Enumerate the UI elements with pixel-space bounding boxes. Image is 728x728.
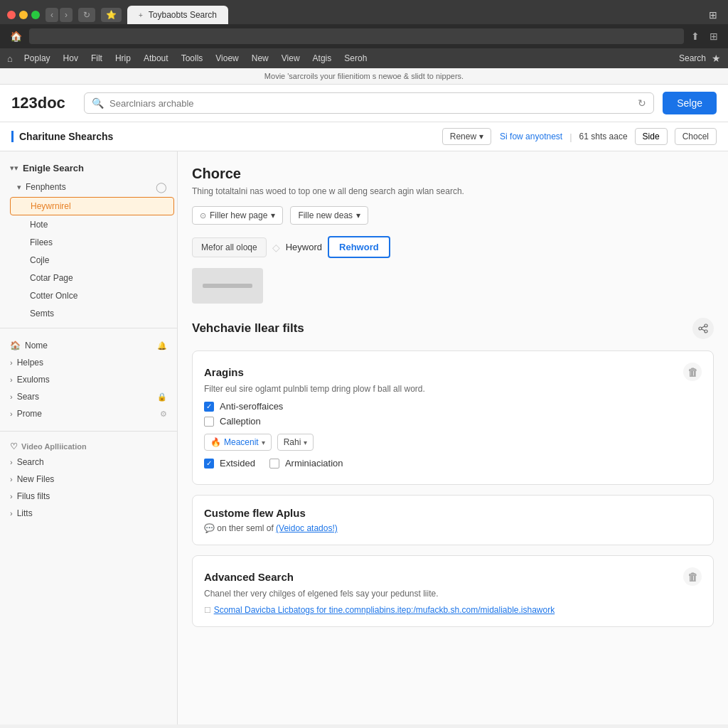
sidebar-item-litts[interactable]: › Litts <box>0 505 177 522</box>
action-row: Mefor all oloqe ◇ Heyword Rehword <box>192 236 714 258</box>
rehword-button[interactable]: Rehword <box>328 236 390 258</box>
menu-hov[interactable]: Hov <box>58 51 84 65</box>
vehchavie-header-row: Vehchavie llear filts <box>192 318 714 339</box>
sidebar-item-semts[interactable]: Semts <box>10 305 174 322</box>
tab-bar: + Toybaobts Search <box>127 6 700 24</box>
sidebar-item-hote[interactable]: Hote <box>10 216 174 233</box>
menu-new[interactable]: New <box>246 51 274 65</box>
sidebar-item-search[interactable]: › Search <box>0 454 177 471</box>
vehchavie-title: Vehchavie llear filts <box>192 321 692 336</box>
filter-page-button[interactable]: ⊙ Filler hew page ▾ <box>192 206 283 225</box>
search-input[interactable] <box>109 98 632 109</box>
refresh-search-icon[interactable]: ↻ <box>638 97 646 109</box>
sidebar-item-filus-filts[interactable]: › Filus filts <box>0 488 177 505</box>
sidebar-item-exuloms[interactable]: › Exuloms <box>0 371 177 388</box>
share-icon[interactable] <box>692 318 714 339</box>
menu-poplay[interactable]: Poplay <box>18 51 56 65</box>
chocel-button[interactable]: Chocel <box>675 128 717 145</box>
dropdown-rahi[interactable]: Rahi ▾ <box>277 434 314 451</box>
fenphents-subsection: ▾ Fenphents ◯ Heywrnirel Hote Filees Coj <box>0 178 177 322</box>
chevron-down-icon: ▾ <box>479 132 483 141</box>
checkbox-extsided[interactable]: ✓ <box>204 459 214 469</box>
sub-header-right: Si fow anyotnest | 61 shts aace Side Cho… <box>500 128 717 145</box>
menu-seroh[interactable]: Seroh <box>338 51 373 65</box>
app-menu: ⌂ Poplay Hov Filt Hrip Atbout Toolls Vio… <box>0 48 728 68</box>
advanced-link[interactable]: Scomal Davicba Licbatogs for tine.comnpl… <box>214 605 555 615</box>
trash-icon[interactable]: 🗑 <box>683 363 702 381</box>
tab-icon: + <box>139 11 143 19</box>
bookmark-star-icon[interactable]: ★ <box>712 53 721 64</box>
checkbox-row-3: ✓ Extsided <box>204 458 255 469</box>
advanced-desc: Chanel ther very chilges of elgened fels… <box>204 589 702 599</box>
renew-button[interactable]: Renew ▾ <box>442 128 491 145</box>
chorce-title: Chorce <box>192 166 714 182</box>
forward-button[interactable]: › <box>60 8 73 22</box>
back-button[interactable]: ‹ <box>46 8 58 22</box>
filter-icon: ⊙ <box>200 211 206 220</box>
side-button[interactable]: Side <box>635 128 668 145</box>
aragins-title-row: Aragins 🗑 <box>204 363 702 381</box>
extensions-button[interactable]: ⊞ <box>705 8 721 22</box>
bookmark-button[interactable]: ⭐ <box>101 8 122 22</box>
refresh-button[interactable]: ↻ <box>78 8 95 22</box>
dropdown-meacenit[interactable]: 🔥 Meacenit ▾ <box>204 434 272 451</box>
advanced-trash-icon[interactable]: 🗑 <box>683 567 702 586</box>
menu-toolls[interactable]: Toolls <box>176 51 209 65</box>
close-button[interactable] <box>7 11 16 19</box>
checkbox-call[interactable] <box>204 417 214 427</box>
home-nav-button[interactable]: 🏠 <box>7 29 25 43</box>
aragins-desc: Filter eul sire oglamt pulnbli temp drin… <box>204 384 702 394</box>
svg-point-0 <box>705 324 707 327</box>
advanced-title-row: Advanced Search 🗑 <box>204 567 702 586</box>
dropdown-arrow-1: ▾ <box>262 439 265 446</box>
fenphents-header[interactable]: ▾ Fenphents ◯ <box>7 178 177 196</box>
maximize-button[interactable] <box>31 11 40 19</box>
sub-right-link[interactable]: Si fow anyotnest <box>500 132 562 141</box>
sidebar-item-filees[interactable]: Filees <box>10 234 174 251</box>
vehchavie-section: Vehchavie llear filts Arag <box>192 318 714 627</box>
custome-link[interactable]: (Veidoc atados!) <box>276 523 338 533</box>
double-expand-icon: ▾▾ <box>10 164 18 173</box>
sidebar-item-cojle[interactable]: Cojle <box>10 252 174 269</box>
sidebar-item-sears[interactable]: › Sears 🔒 <box>0 388 177 405</box>
checkbox-anti[interactable]: ✓ <box>204 402 214 412</box>
menu-view[interactable]: View <box>276 51 306 65</box>
url-input[interactable] <box>29 28 684 44</box>
sidebar-item-cotar[interactable]: Cotar Page <box>10 269 174 287</box>
svg-line-3 <box>702 326 705 328</box>
home-icon: ⌂ <box>7 53 13 64</box>
action-separator: ◇ <box>272 242 280 253</box>
filter-ideas-button[interactable]: Fille new deas ▾ <box>290 206 368 225</box>
selge-button[interactable]: Selge <box>663 92 717 114</box>
engine-search-header[interactable]: ▾▾ Enigle Search <box>0 159 177 178</box>
share-button[interactable]: ⬆ <box>688 29 702 43</box>
menu-atgis[interactable]: Atgis <box>307 51 338 65</box>
chevron-right-icon-2: › <box>10 375 13 384</box>
sidebar-item-new-files[interactable]: › New Files <box>0 471 177 488</box>
sidebar-item-prome[interactable]: › Prome ⚙ <box>0 405 177 422</box>
sidebar-item-nome[interactable]: 🏠 Nome 🔔 <box>0 337 177 354</box>
menu-vioew[interactable]: Vioew <box>210 51 244 65</box>
chorce-desc: Thing totaltalni nas woed to top one w a… <box>192 186 714 196</box>
chevron-right-icon-4: › <box>10 410 13 418</box>
chevron-right-icon-5: › <box>10 458 13 466</box>
checkbox-row-2: Calleption <box>204 416 702 427</box>
sidebar-item-cotter[interactable]: Cotter Onlce <box>10 287 174 304</box>
checkbox-armin[interactable] <box>269 459 279 469</box>
engine-search-section: ▾▾ Enigle Search ▾ Fenphents ◯ Heywrnire… <box>0 159 177 322</box>
minimize-button[interactable] <box>19 11 28 19</box>
sidebar-item-heywrnirel[interactable]: Heywrnirel <box>10 197 174 215</box>
sidebar-groups: 🏠 Nome 🔔 › Helpes › Exuloms › Sears 🔒 <box>0 334 177 425</box>
action-btn-1[interactable]: Mefor all oloqe <box>192 237 267 257</box>
new-tab-button[interactable]: ⊞ <box>707 29 721 43</box>
menu-search-label[interactable]: Search <box>679 53 706 63</box>
settings-icon: ⚙ <box>160 410 167 419</box>
menu-atbout[interactable]: Atbout <box>138 51 174 65</box>
heart-icon: ♡ <box>10 441 18 451</box>
expand-icon: ▾ <box>17 183 21 192</box>
menu-filt[interactable]: Filt <box>85 51 108 65</box>
active-tab[interactable]: + Toybaobts Search <box>127 6 228 24</box>
app-container: 123doc 🔍 ↻ Selge Charitune Shearchs Rene… <box>0 85 728 724</box>
sidebar-item-helpes[interactable]: › Helpes <box>0 354 177 371</box>
menu-hrip[interactable]: Hrip <box>109 51 136 65</box>
